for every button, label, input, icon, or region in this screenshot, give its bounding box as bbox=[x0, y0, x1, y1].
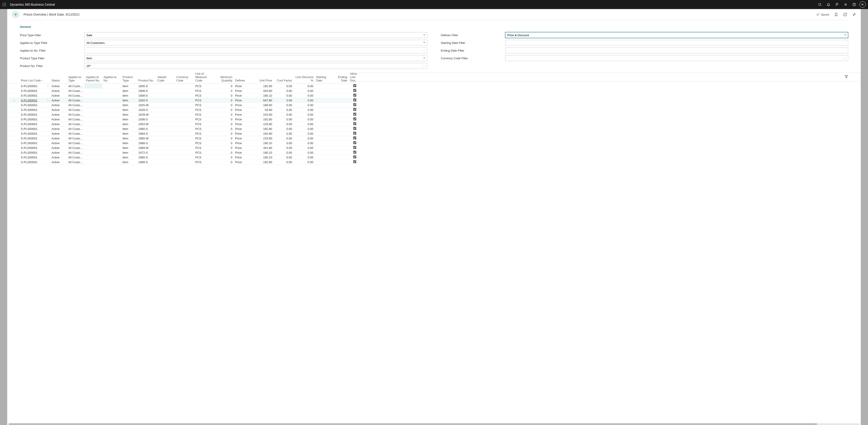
search-icon[interactable] bbox=[815, 0, 824, 9]
table-row[interactable]: S-PLS00001ActiveAll Custome…Item1906-SPC… bbox=[8, 88, 358, 93]
settings-icon[interactable] bbox=[841, 0, 850, 9]
filter-select[interactable]: Item bbox=[84, 55, 427, 61]
app-launcher-icon[interactable] bbox=[0, 0, 8, 9]
column-header-allow[interactable]: Allow Line Disc. bbox=[348, 70, 358, 84]
allow-disc-checkbox[interactable] bbox=[353, 122, 356, 125]
table-row[interactable]: S-PLS00001ActiveAll Custome…Item1925-WPC… bbox=[8, 103, 358, 108]
filter-text[interactable] bbox=[505, 40, 848, 46]
allow-disc-checkbox[interactable] bbox=[353, 137, 356, 139]
table-row[interactable]: S-PLS00001ActiveAll Custome…Item1965-WPC… bbox=[8, 136, 358, 141]
column-header-code[interactable]: Price List Code ↑ bbox=[20, 70, 45, 84]
table-row[interactable]: S-PLS00001⋯ActiveAll Custome…Item1900-SP… bbox=[8, 84, 358, 88]
table-row[interactable]: S-PLS00001ActiveAll Custome…Item1980-SPC… bbox=[8, 155, 358, 160]
filter-lookup[interactable]: ··· bbox=[505, 55, 848, 61]
back-button[interactable] bbox=[12, 11, 20, 18]
filter-text[interactable] bbox=[505, 48, 848, 53]
column-header-variant[interactable]: Variant Code bbox=[156, 70, 175, 84]
allow-disc-checkbox[interactable] bbox=[353, 89, 356, 92]
column-header-uom[interactable]: Unit of Measure Code bbox=[194, 70, 214, 84]
table-row[interactable]: S-PLS00001ActiveAll Custome…Item1968-SPC… bbox=[8, 141, 358, 145]
column-header-atype[interactable]: Applies-to Type bbox=[67, 70, 85, 84]
column-header-ptype[interactable]: Product Type bbox=[121, 70, 137, 84]
filter-select[interactable]: Price & Discount bbox=[505, 32, 848, 38]
table-row[interactable]: S-PLS00001ActiveAll Custome…Item1929-WPC… bbox=[8, 112, 358, 117]
column-header-minq[interactable]: Minimum Quantity bbox=[214, 70, 234, 84]
allow-disc-checkbox[interactable] bbox=[353, 84, 356, 87]
column-header-curr[interactable]: Currency Code bbox=[175, 70, 194, 84]
table-row[interactable]: S-PLS00001ActiveAll Custome…Item1908-SPC… bbox=[8, 93, 358, 98]
bookmark-icon[interactable] bbox=[834, 12, 838, 17]
cell-code[interactable]: S-PLS00001 bbox=[20, 103, 45, 108]
cell-code[interactable]: S-PLS00001 bbox=[20, 122, 45, 126]
filter-select[interactable]: Sale bbox=[84, 32, 427, 38]
column-header-cfact[interactable]: Cost Factor bbox=[274, 70, 293, 84]
table-row[interactable]: S-PLS00001ActiveAll Custome…Item1972-SPC… bbox=[8, 150, 358, 155]
collapse-icon[interactable] bbox=[852, 12, 856, 17]
cell-code[interactable]: S-PLS00001 bbox=[20, 160, 45, 165]
popout-icon[interactable] bbox=[843, 12, 847, 17]
column-header-uprice[interactable]: Unit Price bbox=[254, 70, 274, 84]
allow-disc-checkbox[interactable] bbox=[353, 146, 356, 149]
filter-lookup[interactable]: ··· bbox=[84, 48, 427, 53]
filter-lookup[interactable]: 19*··· bbox=[84, 63, 427, 69]
table-row[interactable]: S-PLS00001ActiveAll Custome…Item1960-SPC… bbox=[8, 126, 358, 131]
column-header-aparent[interactable]: Applies-to Parent No. bbox=[85, 70, 102, 84]
flag-icon[interactable] bbox=[833, 0, 841, 9]
cell-code[interactable]: S-PLS00001 bbox=[20, 84, 45, 88]
cell-code[interactable]: S-PLS00001 bbox=[20, 88, 45, 93]
ellipsis-icon[interactable]: ··· bbox=[844, 57, 846, 60]
table-row[interactable]: S-PLS00001ActiveAll Custome…Item1964-SPC… bbox=[8, 131, 358, 136]
column-header-ldisc[interactable]: Line Discount % bbox=[293, 70, 315, 84]
column-header-defines[interactable]: Defines bbox=[234, 70, 254, 84]
table-row[interactable]: S-PLS00001ActiveAll Custome…Item1928-SPC… bbox=[8, 108, 358, 112]
column-header-edate[interactable]: Ending Date bbox=[331, 70, 348, 84]
user-avatar[interactable]: IK bbox=[860, 1, 866, 8]
allow-disc-checkbox[interactable] bbox=[353, 155, 356, 159]
allow-disc-checkbox[interactable] bbox=[353, 98, 356, 102]
cell-code[interactable]: S-PLS00001 bbox=[20, 150, 45, 155]
allow-disc-checkbox[interactable] bbox=[353, 160, 356, 163]
column-header-pno[interactable]: Product No. bbox=[137, 70, 156, 84]
column-header-more[interactable] bbox=[45, 70, 50, 84]
row-more-icon[interactable]: ⋯ bbox=[46, 99, 50, 102]
cell-code[interactable]: S-PLS00001 bbox=[20, 131, 45, 136]
cell-uom: PCS bbox=[194, 131, 214, 136]
allow-disc-checkbox[interactable] bbox=[353, 141, 356, 144]
allow-disc-checkbox[interactable] bbox=[353, 94, 356, 96]
row-more-icon[interactable]: ⋯ bbox=[46, 85, 50, 88]
ellipsis-icon[interactable]: ··· bbox=[423, 49, 425, 52]
allow-disc-checkbox[interactable] bbox=[353, 103, 356, 106]
cell-code[interactable]: S-PLS00001 bbox=[20, 93, 45, 98]
cell-code[interactable]: S-PLS00001 bbox=[20, 112, 45, 117]
allow-disc-checkbox[interactable] bbox=[353, 132, 356, 135]
cell-code[interactable]: S-PLS00001 bbox=[20, 126, 45, 131]
ellipsis-icon[interactable]: ··· bbox=[423, 64, 425, 68]
column-header-sel[interactable] bbox=[8, 70, 20, 84]
cell-code[interactable]: S-PLS00001 bbox=[20, 141, 45, 145]
allow-disc-checkbox[interactable] bbox=[353, 113, 356, 116]
cell-code[interactable]: S-PLS00001 bbox=[20, 108, 45, 112]
table-row[interactable]: S-PLS00001ActiveAll Custome…Item1969-WPC… bbox=[8, 145, 358, 150]
allow-disc-checkbox[interactable] bbox=[353, 117, 356, 120]
help-icon[interactable] bbox=[850, 0, 859, 9]
notifications-icon[interactable] bbox=[824, 0, 833, 9]
grid-scroll[interactable]: Price List Code ↑StatusApplies-to TypeAp… bbox=[8, 70, 861, 423]
cell-code[interactable]: S-PLS00001 bbox=[20, 117, 45, 122]
table-row[interactable]: S-PLS00001ActiveAll Custome…Item1953-WPC… bbox=[8, 122, 358, 126]
allow-disc-checkbox[interactable] bbox=[353, 108, 356, 111]
cell-code[interactable]: S-PLS00001 bbox=[20, 145, 45, 150]
table-row[interactable]: S-PLS00001ActiveAll Custome…Item1988-SPC… bbox=[8, 160, 358, 165]
allow-disc-checkbox[interactable] bbox=[353, 151, 356, 154]
column-header-ano[interactable]: Applies-to No. bbox=[102, 70, 121, 84]
allow-disc-checkbox[interactable] bbox=[353, 127, 356, 130]
cell-curr bbox=[175, 131, 194, 136]
column-header-sdate[interactable]: Starting Date bbox=[315, 70, 331, 84]
cell-code[interactable]: S-PLS00001 bbox=[20, 155, 45, 160]
column-header-status[interactable]: Status bbox=[50, 70, 67, 84]
table-row[interactable]: →S-PLS00001⋯ActiveAll Custome…Item1920-S… bbox=[8, 98, 358, 103]
cell-code[interactable]: S-PLS00001 bbox=[20, 98, 45, 103]
cell-code[interactable]: S-PLS00001 bbox=[20, 136, 45, 141]
table-row[interactable]: S-PLS00001ActiveAll Custome…Item1936-SPC… bbox=[8, 117, 358, 122]
filter-select[interactable]: All Customers bbox=[84, 40, 427, 46]
horizontal-scrollbar[interactable] bbox=[8, 423, 860, 425]
